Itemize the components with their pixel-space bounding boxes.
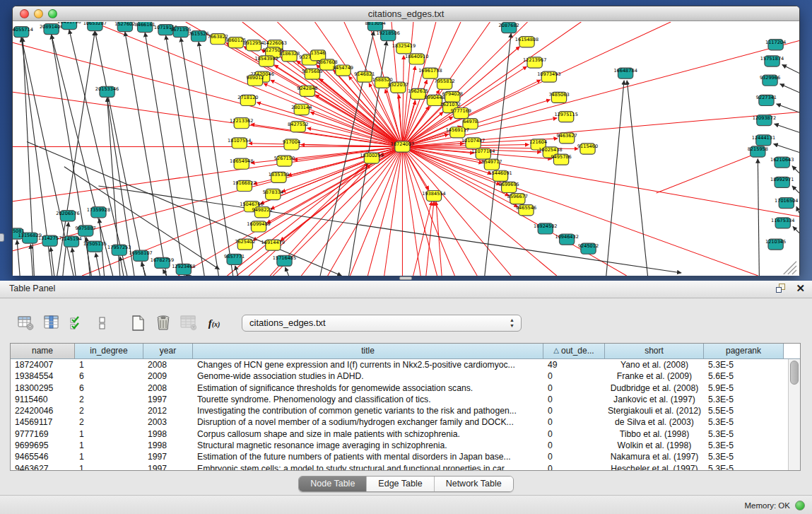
table-cell[interactable]: Embryonic stem cells: a model to study s… bbox=[193, 463, 543, 471]
network-node[interactable]: 20206576 bbox=[56, 211, 79, 221]
function-builder-button[interactable]: f(x) bbox=[204, 313, 225, 334]
table-cell[interactable]: 22420046 bbox=[11, 405, 75, 416]
table-cell[interactable]: Tourette syndrome. Phenomenology and cla… bbox=[193, 394, 543, 405]
delete-button[interactable] bbox=[153, 313, 174, 334]
network-node[interactable]: 9498222 bbox=[252, 207, 273, 218]
table-row[interactable]: 946554611997Estimation of the future num… bbox=[11, 451, 800, 462]
network-node[interactable]: 20153346 bbox=[95, 86, 119, 97]
table-cell[interactable]: 1 bbox=[75, 451, 143, 462]
network-node[interactable]: 7625402 bbox=[235, 239, 255, 250]
network-node[interactable]: 9465546 bbox=[516, 205, 536, 216]
network-node[interactable]: 19166827 bbox=[233, 180, 256, 191]
network-node[interactable]: 8596677 bbox=[507, 194, 528, 204]
column-header-year[interactable]: year bbox=[143, 344, 193, 358]
close-icon[interactable]: ✕ bbox=[796, 283, 805, 294]
network-node[interactable]: 13142757 bbox=[38, 235, 61, 246]
table-cell[interactable]: Disruption of a novel member of a sodium… bbox=[193, 416, 543, 428]
network-node[interactable]: 12093872 bbox=[753, 115, 776, 126]
tab-network-table[interactable]: Network Table bbox=[435, 477, 513, 491]
network-node[interactable]: 9463627 bbox=[557, 133, 577, 144]
network-node[interactable]: 8466161 bbox=[135, 22, 155, 33]
network-node[interactable]: 5878334 bbox=[263, 189, 283, 199]
table-cell[interactable]: 1997 bbox=[143, 451, 193, 462]
table-cell[interactable]: Hescheler et al. (1997) bbox=[605, 463, 704, 471]
table-cell[interactable]: 5.3E-5 bbox=[704, 428, 784, 440]
table-cell[interactable]: 0 bbox=[543, 370, 605, 382]
network-node[interactable]: 15716485 bbox=[273, 255, 296, 266]
network-node[interactable]: 15446091 bbox=[488, 170, 512, 181]
network-node[interactable]: 18325419 bbox=[392, 43, 416, 54]
network-node[interactable]: 16924502 bbox=[534, 223, 557, 234]
network-node[interactable]: 19384554 bbox=[422, 190, 445, 201]
network-node[interactable]: 16914479 bbox=[261, 240, 285, 250]
table-cell[interactable]: Jankovic et al. (1997) bbox=[605, 394, 704, 405]
table-cell[interactable]: Tibbo et al. (1998) bbox=[605, 428, 704, 440]
network-node[interactable]: 8427552 bbox=[288, 122, 308, 132]
column-header-out-de-[interactable]: △out_de... bbox=[543, 344, 605, 358]
network-node[interactable]: 7615526 bbox=[188, 31, 208, 42]
network-node[interactable]: 1145194 bbox=[61, 236, 81, 247]
table-row[interactable]: 911546021997Tourette syndrome. Phenomeno… bbox=[11, 394, 800, 405]
table-cell[interactable]: 0 bbox=[543, 394, 605, 405]
network-node[interactable]: 1210345 bbox=[765, 239, 786, 250]
network-table-select[interactable]: citations_edges.txt ▲▼ bbox=[242, 315, 522, 332]
network-node[interactable]: 9245012 bbox=[578, 243, 599, 254]
network-node[interactable]: 10973493 bbox=[537, 71, 560, 82]
network-node[interactable]: 8549717 bbox=[481, 159, 502, 170]
table-cell[interactable]: Estimation of the future numbers of pati… bbox=[193, 451, 543, 462]
network-node[interactable]: 12975115 bbox=[554, 112, 577, 122]
table-cell[interactable]: 2 bbox=[75, 405, 143, 416]
network-node[interactable]: 2718120 bbox=[237, 95, 258, 105]
table-cell[interactable]: de Silva et al. (2003) bbox=[605, 416, 704, 428]
network-node[interactable]: 1117204 bbox=[765, 40, 786, 50]
table-cell[interactable]: Stergiakouli et al. (2012) bbox=[605, 405, 704, 416]
row-checklist-button[interactable] bbox=[66, 313, 88, 334]
network-node[interactable]: 16782759 bbox=[151, 257, 174, 268]
column-header-name[interactable]: name bbox=[11, 344, 75, 358]
table-cell[interactable]: 0 bbox=[543, 405, 605, 416]
network-node[interactable]: 17359928 bbox=[87, 207, 110, 218]
network-node[interactable]: 12444131 bbox=[752, 135, 775, 146]
table-scrollbar[interactable] bbox=[788, 359, 800, 470]
table-cell[interactable]: 5.3E-5 bbox=[704, 394, 784, 405]
network-node[interactable]: 9857771 bbox=[224, 254, 245, 264]
network-node[interactable]: 9777169 bbox=[451, 108, 471, 119]
network-node[interactable]: 9860125 bbox=[225, 37, 246, 48]
table-cell[interactable]: 1 bbox=[75, 359, 143, 370]
network-node[interactable]: 17016504 bbox=[775, 198, 798, 209]
splitter-handle[interactable] bbox=[399, 276, 412, 280]
table-cell[interactable]: 2003 bbox=[143, 416, 193, 428]
network-node[interactable]: 12213362 bbox=[230, 118, 253, 129]
network-node[interactable]: 18300295 bbox=[360, 153, 383, 163]
table-cell[interactable]: Structural magnetic resonance image aver… bbox=[193, 440, 543, 451]
network-node[interactable]: 20891406 bbox=[40, 24, 63, 35]
network-node[interactable]: 2087682 bbox=[499, 23, 519, 33]
network-node[interactable]: 9329966 bbox=[760, 75, 780, 86]
table-cell[interactable]: 0 bbox=[543, 382, 605, 394]
table-cell[interactable]: 2008 bbox=[143, 359, 193, 370]
table-cell[interactable]: 49 bbox=[543, 359, 605, 370]
table-scrollbar-thumb[interactable] bbox=[790, 361, 799, 385]
network-node[interactable]: 16210643 bbox=[770, 157, 794, 168]
network-node[interactable]: 15751874 bbox=[760, 56, 784, 66]
table-cell[interactable]: 0 bbox=[543, 451, 605, 462]
table-cell[interactable]: 2009 bbox=[143, 370, 193, 382]
table-cell[interactable]: 0 bbox=[543, 463, 605, 471]
table-cell[interactable]: 1 bbox=[75, 428, 143, 440]
table-settings-button[interactable] bbox=[16, 313, 37, 334]
column-header-title[interactable]: title bbox=[193, 344, 543, 358]
network-node[interactable]: 5875685 bbox=[302, 69, 322, 79]
table-row[interactable]: 2242004622012Investigating the contribut… bbox=[11, 405, 800, 416]
left-panel-collapse-handle[interactable] bbox=[0, 233, 4, 242]
table-cell[interactable]: 0 bbox=[543, 416, 605, 428]
network-node[interactable]: 12923468 bbox=[172, 264, 195, 274]
network-node[interactable]: 7485063 bbox=[548, 92, 569, 103]
network-node[interactable]: 6794028 bbox=[442, 91, 463, 102]
table-cell[interactable]: 2012 bbox=[143, 405, 193, 416]
table-row[interactable]: 1938455462009Genome-wide association stu… bbox=[11, 370, 800, 382]
network-node[interactable]: 9495786 bbox=[551, 154, 571, 165]
window-titlebar[interactable]: citations_edges.txt bbox=[13, 6, 799, 21]
network-node[interactable]: 11077164 bbox=[471, 148, 495, 159]
table-cell[interactable]: 5.6E-5 bbox=[704, 370, 784, 382]
new-document-button[interactable] bbox=[127, 313, 148, 334]
